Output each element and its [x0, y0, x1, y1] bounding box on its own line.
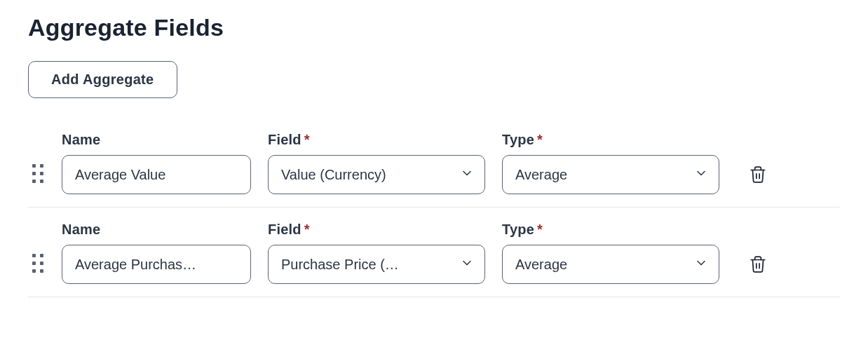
field-field-group: Field* Purchase Price (… [268, 222, 485, 284]
trash-icon [749, 255, 767, 274]
required-asterisk: * [304, 132, 310, 147]
delete-button[interactable] [749, 165, 767, 184]
drag-handle-icon[interactable] [28, 162, 45, 184]
name-label: Name [62, 132, 251, 148]
field-field-group: Field* Value (Currency) [268, 132, 485, 194]
required-asterisk: * [304, 222, 310, 237]
required-asterisk: * [537, 132, 543, 147]
type-label: Type* [502, 222, 719, 238]
name-field-group: Name [62, 132, 251, 194]
type-select[interactable]: Average [502, 155, 719, 194]
delete-button[interactable] [749, 255, 767, 274]
type-select[interactable]: Average [502, 245, 719, 284]
field-select-value: Value (Currency) [281, 167, 451, 183]
field-label: Field* [268, 132, 485, 148]
type-select-value: Average [515, 167, 685, 183]
type-field-group: Type* Average [502, 132, 719, 194]
aggregate-row: Name Field* Value (Currency) Type* Avera… [28, 118, 840, 208]
aggregate-row: Name Field* Purchase Price (… Type* Aver… [28, 208, 840, 297]
drag-handle-icon[interactable] [28, 252, 45, 274]
trash-icon [749, 165, 767, 184]
type-label: Type* [502, 132, 719, 148]
section-title: Aggregate Fields [28, 14, 840, 41]
field-select[interactable]: Purchase Price (… [268, 245, 485, 284]
required-asterisk: * [537, 222, 543, 237]
type-field-group: Type* Average [502, 222, 719, 284]
name-label: Name [62, 222, 251, 238]
field-label: Field* [268, 222, 485, 238]
name-input[interactable] [62, 245, 251, 284]
name-input[interactable] [62, 155, 251, 194]
type-select-value: Average [515, 257, 685, 273]
field-select-value: Purchase Price (… [281, 257, 451, 273]
field-select[interactable]: Value (Currency) [268, 155, 485, 194]
name-field-group: Name [62, 222, 251, 284]
add-aggregate-button[interactable]: Add Aggregate [28, 61, 177, 98]
